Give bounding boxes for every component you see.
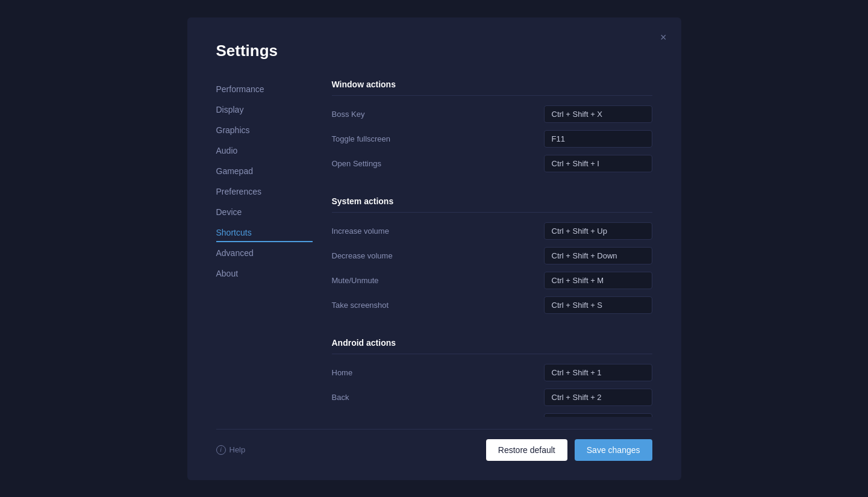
sidebar-item-preferences[interactable]: Preferences — [216, 182, 313, 201]
shake-input[interactable] — [544, 413, 652, 417]
system-actions-title: System actions — [332, 196, 652, 213]
dialog-body: Performance Display Graphics Audio Gamep… — [216, 80, 652, 417]
restore-default-button[interactable]: Restore default — [486, 439, 567, 461]
window-actions-section: Window actions Boss Key Toggle fullscree… — [332, 80, 652, 180]
decrease-volume-input[interactable] — [544, 247, 652, 264]
android-actions-section: Android actions Home Back Shake Rotate — [332, 338, 652, 417]
increase-volume-row: Increase volume — [332, 222, 652, 240]
system-actions-section: System actions Increase volume Decrease … — [332, 196, 652, 321]
boss-key-input[interactable] — [544, 105, 652, 123]
shortcuts-content: Window actions Boss Key Toggle fullscree… — [313, 80, 652, 417]
sidebar-item-advanced[interactable]: Advanced — [216, 243, 313, 263]
back-input[interactable] — [544, 389, 652, 406]
help-label: Help — [229, 445, 246, 454]
sidebar: Performance Display Graphics Audio Gamep… — [216, 80, 313, 417]
take-screenshot-row: Take screenshot — [332, 296, 652, 314]
home-input[interactable] — [544, 364, 652, 381]
toggle-fullscreen-label: Toggle fullscreen — [332, 134, 391, 143]
take-screenshot-input[interactable] — [544, 296, 652, 314]
mute-unmute-input[interactable] — [544, 272, 652, 289]
help-link[interactable]: i Help — [216, 445, 246, 455]
save-changes-button[interactable]: Save changes — [575, 439, 652, 461]
home-label: Home — [332, 368, 353, 377]
help-icon: i — [216, 445, 226, 455]
decrease-volume-row: Decrease volume — [332, 247, 652, 264]
increase-volume-input[interactable] — [544, 222, 652, 240]
toggle-fullscreen-row: Toggle fullscreen — [332, 130, 652, 148]
mute-unmute-label: Mute/Unmute — [332, 276, 379, 285]
sidebar-item-performance[interactable]: Performance — [216, 80, 313, 99]
android-actions-title: Android actions — [332, 338, 652, 354]
close-button[interactable]: × — [658, 30, 669, 45]
mute-unmute-row: Mute/Unmute — [332, 272, 652, 289]
toggle-fullscreen-input[interactable] — [544, 130, 652, 148]
settings-dialog: × Settings Performance Display Graphics … — [187, 17, 681, 480]
home-row: Home — [332, 364, 652, 381]
sidebar-item-graphics[interactable]: Graphics — [216, 120, 313, 140]
sidebar-item-gamepad[interactable]: Gamepad — [216, 161, 313, 181]
decrease-volume-label: Decrease volume — [332, 251, 393, 260]
open-settings-label: Open Settings — [332, 159, 381, 168]
open-settings-input[interactable] — [544, 155, 652, 172]
boss-key-row: Boss Key — [332, 105, 652, 123]
increase-volume-label: Increase volume — [332, 227, 389, 236]
page-title: Settings — [216, 42, 652, 60]
sidebar-item-display[interactable]: Display — [216, 100, 313, 119]
footer: i Help Restore default Save changes — [216, 429, 652, 461]
sidebar-item-device[interactable]: Device — [216, 202, 313, 222]
back-row: Back — [332, 389, 652, 406]
window-actions-title: Window actions — [332, 80, 652, 96]
open-settings-row: Open Settings — [332, 155, 652, 172]
shake-row: Shake — [332, 413, 652, 417]
take-screenshot-label: Take screenshot — [332, 301, 389, 310]
sidebar-item-audio[interactable]: Audio — [216, 141, 313, 160]
sidebar-item-about[interactable]: About — [216, 264, 313, 283]
footer-buttons: Restore default Save changes — [486, 439, 652, 461]
back-label: Back — [332, 393, 349, 402]
sidebar-item-shortcuts[interactable]: Shortcuts — [216, 223, 313, 242]
boss-key-label: Boss Key — [332, 110, 365, 119]
